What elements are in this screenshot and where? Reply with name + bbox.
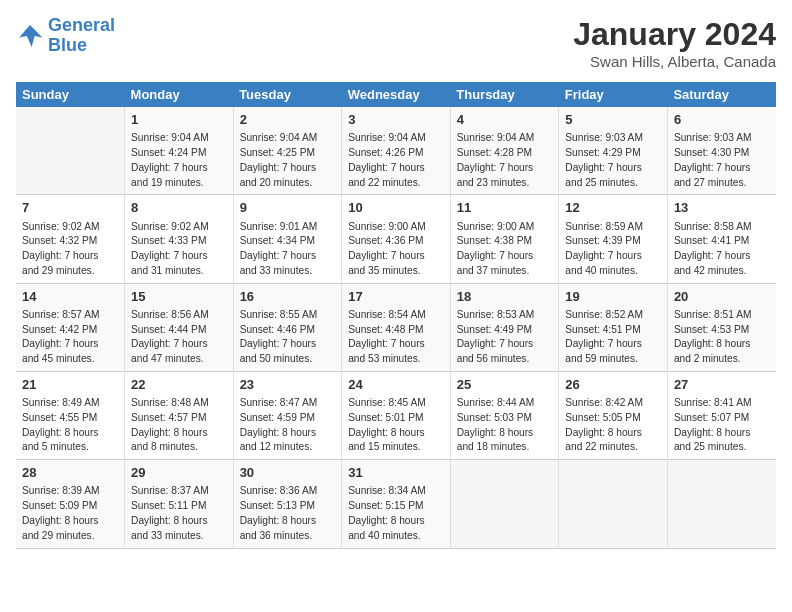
day-info: Sunrise: 8:54 AMSunset: 4:48 PMDaylight:… — [348, 308, 444, 367]
calendar-cell: 31Sunrise: 8:34 AMSunset: 5:15 PMDayligh… — [342, 460, 451, 548]
calendar-cell: 2Sunrise: 9:04 AMSunset: 4:25 PMDaylight… — [233, 107, 342, 195]
day-number: 22 — [131, 376, 227, 394]
day-info: Sunrise: 9:00 AMSunset: 4:38 PMDaylight:… — [457, 220, 553, 279]
day-info: Sunrise: 8:59 AMSunset: 4:39 PMDaylight:… — [565, 220, 661, 279]
calendar-cell — [667, 460, 776, 548]
calendar-cell: 30Sunrise: 8:36 AMSunset: 5:13 PMDayligh… — [233, 460, 342, 548]
calendar-cell: 28Sunrise: 8:39 AMSunset: 5:09 PMDayligh… — [16, 460, 125, 548]
calendar-week-row: 21Sunrise: 8:49 AMSunset: 4:55 PMDayligh… — [16, 371, 776, 459]
day-info: Sunrise: 8:51 AMSunset: 4:53 PMDaylight:… — [674, 308, 770, 367]
day-info: Sunrise: 9:04 AMSunset: 4:26 PMDaylight:… — [348, 131, 444, 190]
day-number: 6 — [674, 111, 770, 129]
header: General Blue January 2024 Swan Hills, Al… — [16, 16, 776, 70]
day-number: 5 — [565, 111, 661, 129]
calendar-cell: 5Sunrise: 9:03 AMSunset: 4:29 PMDaylight… — [559, 107, 668, 195]
day-number: 30 — [240, 464, 336, 482]
logo-icon — [16, 22, 44, 50]
day-info: Sunrise: 9:03 AMSunset: 4:30 PMDaylight:… — [674, 131, 770, 190]
calendar-cell: 25Sunrise: 8:44 AMSunset: 5:03 PMDayligh… — [450, 371, 559, 459]
weekday-header: Monday — [125, 82, 234, 107]
calendar-cell: 10Sunrise: 9:00 AMSunset: 4:36 PMDayligh… — [342, 195, 451, 283]
calendar-cell: 1Sunrise: 9:04 AMSunset: 4:24 PMDaylight… — [125, 107, 234, 195]
day-info: Sunrise: 8:34 AMSunset: 5:15 PMDaylight:… — [348, 484, 444, 543]
day-info: Sunrise: 8:47 AMSunset: 4:59 PMDaylight:… — [240, 396, 336, 455]
day-number: 17 — [348, 288, 444, 306]
day-info: Sunrise: 9:02 AMSunset: 4:33 PMDaylight:… — [131, 220, 227, 279]
calendar-week-row: 28Sunrise: 8:39 AMSunset: 5:09 PMDayligh… — [16, 460, 776, 548]
logo: General Blue — [16, 16, 115, 56]
calendar-cell: 4Sunrise: 9:04 AMSunset: 4:28 PMDaylight… — [450, 107, 559, 195]
day-info: Sunrise: 9:01 AMSunset: 4:34 PMDaylight:… — [240, 220, 336, 279]
day-info: Sunrise: 9:04 AMSunset: 4:25 PMDaylight:… — [240, 131, 336, 190]
day-info: Sunrise: 8:56 AMSunset: 4:44 PMDaylight:… — [131, 308, 227, 367]
calendar-cell: 14Sunrise: 8:57 AMSunset: 4:42 PMDayligh… — [16, 283, 125, 371]
day-number: 10 — [348, 199, 444, 217]
day-info: Sunrise: 8:55 AMSunset: 4:46 PMDaylight:… — [240, 308, 336, 367]
day-info: Sunrise: 9:04 AMSunset: 4:28 PMDaylight:… — [457, 131, 553, 190]
calendar-cell: 24Sunrise: 8:45 AMSunset: 5:01 PMDayligh… — [342, 371, 451, 459]
calendar-cell: 19Sunrise: 8:52 AMSunset: 4:51 PMDayligh… — [559, 283, 668, 371]
calendar-cell: 3Sunrise: 9:04 AMSunset: 4:26 PMDaylight… — [342, 107, 451, 195]
day-number: 15 — [131, 288, 227, 306]
location: Swan Hills, Alberta, Canada — [573, 53, 776, 70]
day-number: 29 — [131, 464, 227, 482]
calendar-cell: 29Sunrise: 8:37 AMSunset: 5:11 PMDayligh… — [125, 460, 234, 548]
day-number: 18 — [457, 288, 553, 306]
calendar-cell: 11Sunrise: 9:00 AMSunset: 4:38 PMDayligh… — [450, 195, 559, 283]
month-title: January 2024 — [573, 16, 776, 53]
weekday-header: Saturday — [667, 82, 776, 107]
day-info: Sunrise: 9:04 AMSunset: 4:24 PMDaylight:… — [131, 131, 227, 190]
day-info: Sunrise: 8:58 AMSunset: 4:41 PMDaylight:… — [674, 220, 770, 279]
calendar-cell: 15Sunrise: 8:56 AMSunset: 4:44 PMDayligh… — [125, 283, 234, 371]
day-number: 16 — [240, 288, 336, 306]
day-number: 9 — [240, 199, 336, 217]
day-info: Sunrise: 8:44 AMSunset: 5:03 PMDaylight:… — [457, 396, 553, 455]
day-number: 23 — [240, 376, 336, 394]
day-number: 1 — [131, 111, 227, 129]
calendar-cell: 8Sunrise: 9:02 AMSunset: 4:33 PMDaylight… — [125, 195, 234, 283]
weekday-header: Thursday — [450, 82, 559, 107]
calendar-header-row: SundayMondayTuesdayWednesdayThursdayFrid… — [16, 82, 776, 107]
day-number: 7 — [22, 199, 118, 217]
day-info: Sunrise: 8:52 AMSunset: 4:51 PMDaylight:… — [565, 308, 661, 367]
day-number: 26 — [565, 376, 661, 394]
day-number: 4 — [457, 111, 553, 129]
calendar-cell: 13Sunrise: 8:58 AMSunset: 4:41 PMDayligh… — [667, 195, 776, 283]
weekday-header: Sunday — [16, 82, 125, 107]
calendar-cell: 22Sunrise: 8:48 AMSunset: 4:57 PMDayligh… — [125, 371, 234, 459]
page-container: General Blue January 2024 Swan Hills, Al… — [0, 0, 792, 559]
day-info: Sunrise: 9:03 AMSunset: 4:29 PMDaylight:… — [565, 131, 661, 190]
calendar-cell: 9Sunrise: 9:01 AMSunset: 4:34 PMDaylight… — [233, 195, 342, 283]
day-number: 8 — [131, 199, 227, 217]
calendar-week-row: 1Sunrise: 9:04 AMSunset: 4:24 PMDaylight… — [16, 107, 776, 195]
day-number: 11 — [457, 199, 553, 217]
svg-marker-0 — [19, 25, 42, 47]
calendar-cell: 26Sunrise: 8:42 AMSunset: 5:05 PMDayligh… — [559, 371, 668, 459]
day-info: Sunrise: 8:57 AMSunset: 4:42 PMDaylight:… — [22, 308, 118, 367]
calendar-week-row: 7Sunrise: 9:02 AMSunset: 4:32 PMDaylight… — [16, 195, 776, 283]
weekday-header: Tuesday — [233, 82, 342, 107]
day-number: 2 — [240, 111, 336, 129]
day-info: Sunrise: 8:45 AMSunset: 5:01 PMDaylight:… — [348, 396, 444, 455]
calendar-cell: 17Sunrise: 8:54 AMSunset: 4:48 PMDayligh… — [342, 283, 451, 371]
day-info: Sunrise: 8:41 AMSunset: 5:07 PMDaylight:… — [674, 396, 770, 455]
calendar-cell: 6Sunrise: 9:03 AMSunset: 4:30 PMDaylight… — [667, 107, 776, 195]
calendar-table: SundayMondayTuesdayWednesdayThursdayFrid… — [16, 82, 776, 549]
title-block: January 2024 Swan Hills, Alberta, Canada — [573, 16, 776, 70]
calendar-cell: 20Sunrise: 8:51 AMSunset: 4:53 PMDayligh… — [667, 283, 776, 371]
day-number: 14 — [22, 288, 118, 306]
logo-line1: General — [48, 16, 115, 36]
day-number: 13 — [674, 199, 770, 217]
day-number: 28 — [22, 464, 118, 482]
day-number: 3 — [348, 111, 444, 129]
calendar-cell: 18Sunrise: 8:53 AMSunset: 4:49 PMDayligh… — [450, 283, 559, 371]
day-info: Sunrise: 8:42 AMSunset: 5:05 PMDaylight:… — [565, 396, 661, 455]
day-number: 27 — [674, 376, 770, 394]
calendar-cell: 21Sunrise: 8:49 AMSunset: 4:55 PMDayligh… — [16, 371, 125, 459]
calendar-cell: 27Sunrise: 8:41 AMSunset: 5:07 PMDayligh… — [667, 371, 776, 459]
day-info: Sunrise: 9:02 AMSunset: 4:32 PMDaylight:… — [22, 220, 118, 279]
day-info: Sunrise: 8:53 AMSunset: 4:49 PMDaylight:… — [457, 308, 553, 367]
day-number: 21 — [22, 376, 118, 394]
calendar-cell: 12Sunrise: 8:59 AMSunset: 4:39 PMDayligh… — [559, 195, 668, 283]
day-number: 24 — [348, 376, 444, 394]
